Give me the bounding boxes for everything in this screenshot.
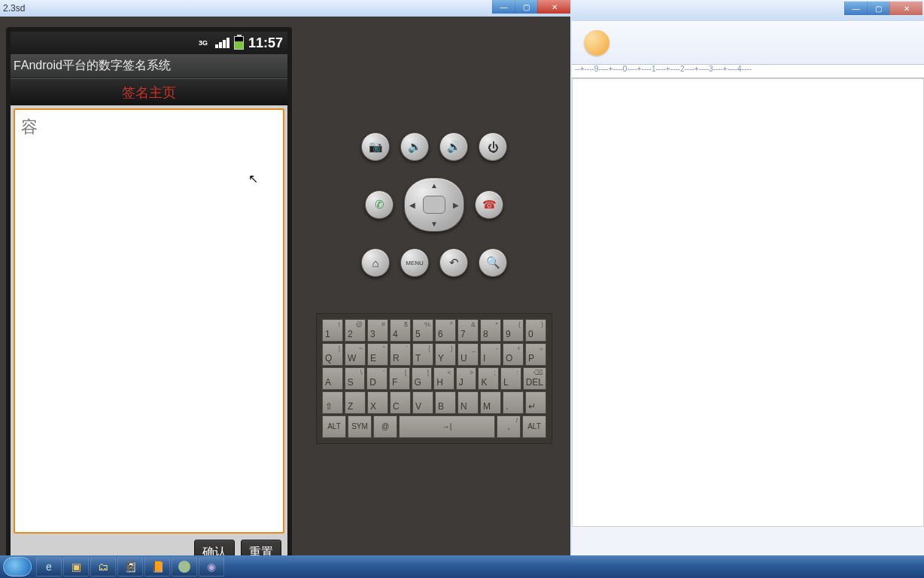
key-x[interactable]: X <box>367 391 388 414</box>
camera-button[interactable]: 📷 <box>361 132 390 161</box>
home-button[interactable]: ⌂ <box>361 248 390 277</box>
key-7[interactable]: 7& <box>457 319 479 342</box>
key-d[interactable]: D' <box>366 367 388 390</box>
volume-down-button[interactable]: 🔉 <box>400 132 429 161</box>
key-comma[interactable]: ,/ <box>497 415 521 438</box>
key-z[interactable]: Z <box>345 391 366 414</box>
key-1[interactable]: 1! <box>322 319 343 342</box>
dpad-center[interactable] <box>423 196 445 214</box>
home-icon: ⌂ <box>372 257 378 269</box>
key-8[interactable]: 8* <box>480 319 501 342</box>
key-t[interactable]: T{ <box>412 343 433 366</box>
key-c[interactable]: C <box>390 391 411 414</box>
key-f[interactable]: F[ <box>389 367 410 390</box>
key-9[interactable]: 9( <box>503 319 524 342</box>
end-call-button[interactable]: ☎ <box>475 190 503 219</box>
taskbar-item-ie[interactable]: e <box>36 557 62 576</box>
key-at[interactable]: @ <box>373 415 397 438</box>
toolbar-avatar-icon[interactable] <box>584 30 609 56</box>
key-w[interactable]: W~ <box>345 343 366 366</box>
editor-close-button[interactable]: ✕ <box>889 2 922 15</box>
call-button[interactable]: ✆ <box>365 190 394 219</box>
emulator-title: 2.3sd <box>3 3 25 14</box>
emulator-body: 3G 11:57 F Android平台的数字签名系统 签名主页 <box>0 17 570 578</box>
key-space[interactable]: →| <box>399 415 495 438</box>
key-r[interactable]: R` <box>390 343 411 366</box>
menu-label: MENU <box>406 260 424 266</box>
key-4[interactable]: 4$ <box>390 319 411 342</box>
section-header: 签名主页 <box>11 78 287 105</box>
key-alt-left[interactable]: ALT <box>322 415 346 438</box>
book-icon: 📙 <box>151 561 164 573</box>
phone-screen: 3G 11:57 F Android平台的数字签名系统 签名主页 <box>11 32 287 575</box>
notes-icon: 📓 <box>124 561 137 573</box>
taskbar-item-explorer[interactable]: ▣ <box>63 557 89 576</box>
start-button[interactable] <box>3 557 32 576</box>
key-m[interactable]: M <box>480 391 501 414</box>
hardware-keyboard: 1!2@3#4$5%6^7&8*9(0)Q|W~E"R`T{Y}U_I-O+P=… <box>316 313 552 444</box>
volume-down-icon: 🔉 <box>408 140 422 154</box>
key-2[interactable]: 2@ <box>345 319 366 342</box>
key-alt-right[interactable]: ALT <box>522 415 546 438</box>
dpad-up-icon: ▲ <box>430 181 438 190</box>
key-0[interactable]: 0) <box>525 319 546 342</box>
taskbar-item-eclipse[interactable]: ◉ <box>199 557 224 576</box>
taskbar-item-folder[interactable]: 🗂 <box>90 557 116 576</box>
search-icon: 🔍 <box>486 256 500 269</box>
app-titlebar: F Android平台的数字签名系统 <box>11 54 287 78</box>
taskbar-item-terminal[interactable] <box>172 557 197 576</box>
key-y[interactable]: Y} <box>435 343 456 366</box>
key-⇧[interactable]: ⇧ <box>322 391 343 414</box>
key-del[interactable]: DEL⌫ <box>523 367 546 390</box>
key-v[interactable]: V <box>412 391 433 414</box>
minimize-button[interactable]: — <box>492 0 515 14</box>
key-p[interactable]: P= <box>525 343 546 366</box>
editor-titlebar[interactable]: — ▢ ✕ <box>572 0 924 21</box>
volume-up-icon: 🔊 <box>447 140 461 154</box>
menu-button[interactable]: MENU <box>400 248 429 277</box>
key-k[interactable]: K; <box>478 367 499 390</box>
key-e[interactable]: E" <box>367 343 388 366</box>
key-.[interactable]: . <box>503 391 524 414</box>
taskbar-item-notes[interactable]: 📓 <box>117 557 143 576</box>
key-a[interactable]: A <box>322 367 343 390</box>
key-6[interactable]: 6^ <box>435 319 456 342</box>
back-button[interactable]: ↶ <box>439 248 468 277</box>
signature-input[interactable] <box>14 108 284 534</box>
close-button[interactable]: ✕ <box>537 0 570 14</box>
search-button[interactable]: 🔍 <box>479 248 507 277</box>
key-q[interactable]: Q| <box>322 343 343 366</box>
folder-icon: 🗂 <box>98 561 108 573</box>
editor-minimize-button[interactable]: — <box>844 2 867 15</box>
key-u[interactable]: U_ <box>457 343 479 366</box>
key-h[interactable]: H< <box>433 367 454 390</box>
phone-icon: ✆ <box>375 198 384 211</box>
key-n[interactable]: N <box>457 391 479 414</box>
key-↵[interactable]: ↵ <box>525 391 546 414</box>
key-3[interactable]: 3# <box>367 319 388 342</box>
key-s[interactable]: S\ <box>345 367 366 390</box>
maximize-button[interactable]: ▢ <box>515 0 537 14</box>
document-area[interactable] <box>572 78 924 527</box>
key-sym[interactable]: SYM <box>348 415 372 438</box>
explorer-icon: ▣ <box>71 561 81 573</box>
key-5[interactable]: 5% <box>412 319 433 342</box>
taskbar-item-book[interactable]: 📙 <box>144 557 170 576</box>
emulator-titlebar[interactable]: 2.3sd — ▢ ✕ <box>0 0 570 17</box>
key-j[interactable]: J> <box>456 367 477 390</box>
dpad[interactable]: ▲ ▼ ◀ ▶ <box>404 178 464 232</box>
network-3g-icon: 3G <box>199 39 211 47</box>
clock: 11:57 <box>248 35 283 51</box>
eclipse-icon: ◉ <box>207 561 216 573</box>
key-g[interactable]: G] <box>412 367 433 390</box>
back-icon: ↶ <box>449 256 459 269</box>
key-b[interactable]: B <box>435 391 456 414</box>
editor-maximize-button[interactable]: ▢ <box>867 2 889 15</box>
key-l[interactable]: L: <box>500 367 521 390</box>
volume-up-button[interactable]: 🔊 <box>439 132 468 161</box>
battery-icon <box>234 36 244 50</box>
key-i[interactable]: I- <box>480 343 501 366</box>
key-o[interactable]: O+ <box>503 343 524 366</box>
ie-icon: e <box>46 561 52 573</box>
power-button[interactable]: ⏻ <box>479 132 507 161</box>
